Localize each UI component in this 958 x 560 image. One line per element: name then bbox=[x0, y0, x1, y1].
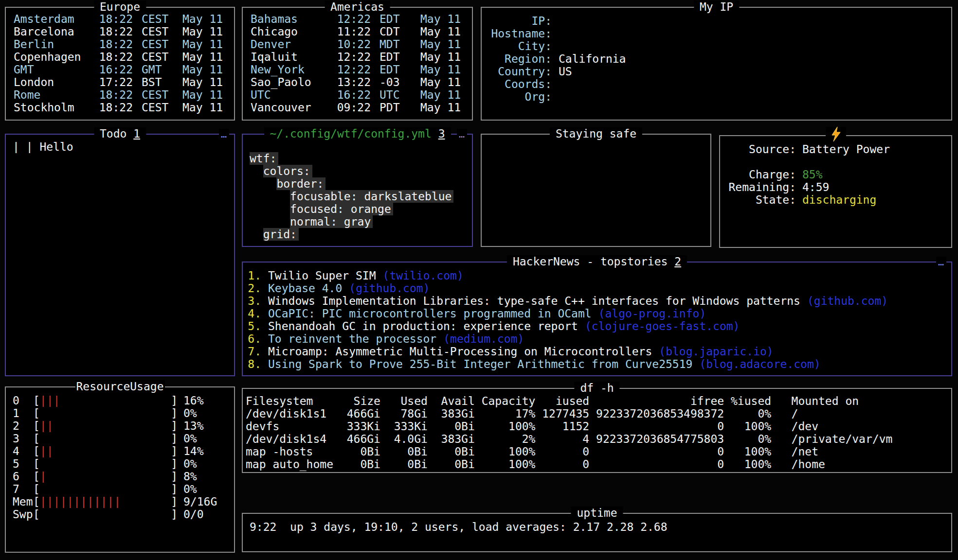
story-domain-link[interactable]: (github.com) bbox=[807, 295, 888, 307]
clock-timezone: EDT bbox=[380, 13, 409, 25]
clock-date: May 11 bbox=[420, 13, 462, 25]
clock-date: May 11 bbox=[182, 51, 224, 63]
security-line bbox=[488, 170, 704, 182]
clock-row: UTC 16:22 UTC May 11 bbox=[251, 88, 462, 101]
yaml-indent bbox=[250, 177, 276, 190]
gauge-value: 14% bbox=[183, 445, 227, 457]
hackernews-story[interactable]: 4. OCaPIC: PIC microcontrollers programm… bbox=[248, 307, 945, 320]
story-domain-link[interactable]: (github.com) bbox=[349, 282, 430, 295]
ip-info-value: US bbox=[559, 65, 572, 78]
clock-date: May 11 bbox=[182, 76, 224, 88]
ip-info-label: Coords: bbox=[489, 78, 552, 90]
security-line bbox=[488, 157, 704, 170]
gauge-bars: || bbox=[40, 445, 171, 457]
clock-row: Iqaluit 12:22 EDT May 11 bbox=[251, 51, 462, 63]
story-rank: 4. bbox=[248, 307, 261, 320]
gauge-open-bracket: [ bbox=[33, 445, 40, 457]
clock-time: 12:22 bbox=[337, 63, 371, 76]
gauge-label: 0 bbox=[13, 394, 33, 407]
clock-time: 10:22 bbox=[337, 38, 371, 51]
ip-info-label: Country: bbox=[489, 65, 552, 78]
story-rank: 7. bbox=[248, 345, 261, 358]
clock-timezone: CDT bbox=[380, 25, 409, 38]
gauge-value: 9/16G bbox=[183, 495, 227, 508]
hackernews-story[interactable]: 1. Twilio Super SIM (twilio.com) bbox=[248, 269, 945, 282]
gauge-bars: |||||||||||| bbox=[40, 495, 171, 508]
ip-info-label: Region: bbox=[489, 52, 552, 65]
clock-city: Amsterdam bbox=[14, 13, 99, 25]
ip-info-label: Hostname: bbox=[489, 27, 552, 40]
clock-timezone: CEST bbox=[142, 101, 171, 114]
clock-city: Barcelona bbox=[14, 25, 99, 38]
gauge-open-bracket: [ bbox=[33, 420, 40, 432]
clock-timezone: CEST bbox=[142, 25, 171, 38]
story-domain-link[interactable]: (clojure-goes-fast.com) bbox=[585, 320, 740, 332]
resource-gauge-row: 2[||]13% bbox=[13, 420, 227, 432]
resource-gauge-row: 5[]0% bbox=[13, 457, 227, 470]
resource-gauges: 0[|||]16% 1[]0% 2[||]13% 3[]0% 4[||]14% … bbox=[6, 387, 234, 552]
gauge-label: 7 bbox=[13, 483, 33, 495]
story-domain-link[interactable]: (blog.japaric.io) bbox=[659, 345, 773, 358]
clock-time: 18:22 bbox=[99, 25, 133, 38]
clock-date: May 11 bbox=[182, 88, 224, 101]
uptime-panel: uptime 9:22 up 3 days, 19:10, 2 users, l… bbox=[242, 513, 952, 552]
hackernews-story[interactable]: 3. Windows Implementation Libraries: typ… bbox=[248, 295, 945, 307]
story-domain-link[interactable]: (blog.adacore.com) bbox=[699, 358, 820, 370]
gauge-open-bracket: [ bbox=[33, 483, 40, 495]
battery-row: Source: Battery Power bbox=[728, 143, 943, 156]
clock-timezone: GMT bbox=[142, 63, 171, 76]
story-domain-link[interactable]: (algo-prog.info) bbox=[598, 307, 706, 320]
gauge-close-bracket: ] bbox=[171, 483, 178, 495]
gauge-label: Mem bbox=[13, 495, 33, 508]
clock-date: May 11 bbox=[182, 101, 224, 114]
disk-usage-panel: df -h Filesystem Size Used Avail Capacit… bbox=[242, 388, 952, 473]
yaml-indent bbox=[250, 190, 290, 203]
clock-date: May 11 bbox=[420, 63, 462, 76]
gauge-bars: | bbox=[40, 470, 171, 483]
clock-time: 17:22 bbox=[99, 76, 133, 88]
clock-city: UTC bbox=[251, 88, 337, 101]
clock-timezone: EDT bbox=[380, 63, 409, 76]
story-domain-link[interactable]: (medium.com) bbox=[443, 332, 524, 345]
clock-city: Sao_Paolo bbox=[251, 76, 337, 88]
hackernews-story[interactable]: 2. Keybase 4.0 (github.com) bbox=[248, 282, 945, 295]
clock-timezone: UTC bbox=[380, 88, 409, 101]
yaml-line: focusable: darkslateblue bbox=[250, 190, 465, 203]
battery-value: 85% bbox=[802, 168, 823, 181]
europe-clocks-panel: Europe Amsterdam 18:22 CEST May 11 Barce… bbox=[5, 7, 235, 121]
ip-info-row: IP: bbox=[489, 15, 943, 27]
ip-info-row: Org: bbox=[489, 90, 943, 103]
clock-timezone: CEST bbox=[142, 88, 171, 101]
clock-date: May 11 bbox=[182, 38, 224, 51]
clock-time: 12:22 bbox=[337, 13, 371, 25]
clock-row: Vancouver 09:22 PDT May 11 bbox=[251, 101, 462, 114]
story-rank: 2. bbox=[248, 282, 261, 295]
hackernews-story[interactable]: 7. Microamp: Asymmetric Multi-Processing… bbox=[248, 345, 945, 358]
clock-timezone: BST bbox=[142, 76, 171, 88]
hackernews-story[interactable]: 8. Using Spark to Prove 255-Bit Integer … bbox=[248, 358, 945, 370]
clock-date: May 11 bbox=[420, 76, 462, 88]
clock-timezone: CEST bbox=[142, 38, 171, 51]
story-title: To reinvent the processor bbox=[268, 332, 436, 345]
story-domain-link[interactable]: (twilio.com) bbox=[383, 269, 464, 282]
clock-date: May 11 bbox=[182, 13, 224, 25]
gauge-open-bracket: [ bbox=[33, 495, 40, 508]
clock-timezone: PDT bbox=[380, 101, 409, 114]
clock-time: 18:22 bbox=[99, 88, 133, 101]
gauge-bars bbox=[40, 432, 171, 445]
yaml-line: wtf: bbox=[250, 152, 465, 165]
todo-item[interactable]: | | Hello bbox=[13, 140, 227, 153]
my-ip-panel: My IP IP: Hostname: City: Region: Califo… bbox=[481, 7, 952, 121]
clock-time: 16:22 bbox=[337, 88, 371, 101]
clock-city: Chicago bbox=[251, 25, 337, 38]
hackernews-story[interactable]: 6. To reinvent the processor (medium.com… bbox=[248, 332, 945, 345]
gauge-close-bracket: ] bbox=[171, 420, 178, 432]
gauge-value: 13% bbox=[183, 420, 227, 432]
gauge-value: 0% bbox=[183, 483, 227, 495]
ip-info-value: California bbox=[559, 52, 626, 65]
clock-row: Barcelona 18:22 CEST May 11 bbox=[14, 25, 224, 38]
todo-panel: Todo 1 … | | Hello bbox=[5, 134, 235, 376]
hackernews-story[interactable]: 5. Shenandoah GC in production: experien… bbox=[248, 320, 945, 332]
story-rank: 8. bbox=[248, 358, 261, 370]
resource-gauge-row: 1[]0% bbox=[13, 407, 227, 420]
